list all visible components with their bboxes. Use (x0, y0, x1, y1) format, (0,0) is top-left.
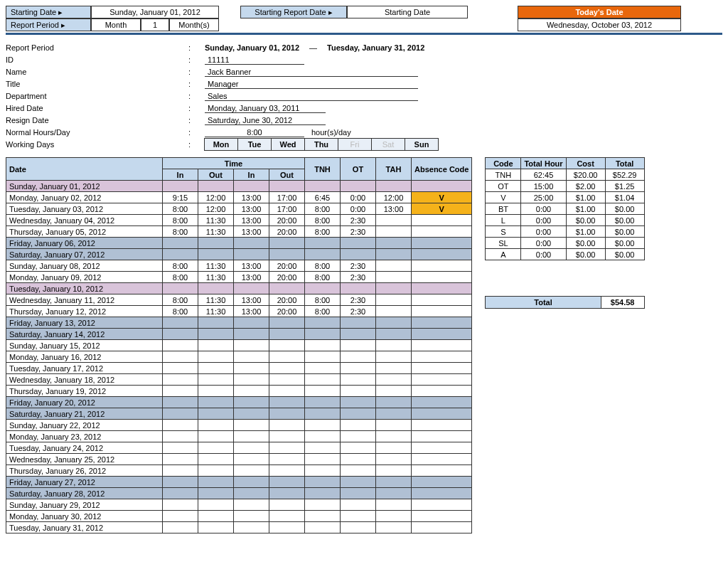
timesheet-row: Friday, January 27, 2012 (6, 477, 472, 488)
id-label: ID (6, 55, 14, 64)
timesheet-row: Sunday, January 08, 20128:0011:3013:0020… (6, 260, 472, 272)
name-label: Name (6, 68, 26, 76)
resign-label: Resign Date (6, 116, 49, 124)
col-tah: TAH (376, 158, 412, 181)
timesheet-row: Tuesday, January 10, 2012 (6, 283, 472, 294)
starting-date-label: Starting Date ▸ (6, 6, 91, 18)
timesheet-row: Friday, January 06, 2012 (6, 238, 472, 249)
col-absence: Absence Code (412, 158, 472, 181)
day-sun: Sun (405, 138, 439, 151)
starting-date-value[interactable]: Sunday, January 01, 2012 (91, 6, 219, 18)
header-block: Starting Date ▸ Sunday, January 01, 2012… (6, 6, 722, 31)
timesheet-row: Thursday, January 12, 20128:0011:3013:00… (6, 306, 472, 317)
summary-row: L0:00$0.00$0.00 (486, 215, 644, 226)
col-total-hour: Total Hour (521, 158, 566, 169)
today-date-label: Today's Date (518, 6, 681, 18)
col-ot: OT (341, 158, 376, 181)
grand-total-value: $54.58 (601, 297, 644, 308)
summary-row: TNH62:45$20.00$52.29 (486, 169, 644, 181)
timesheet-row: Saturday, January 07, 2012 (6, 249, 472, 260)
hired-label: Hired Date (6, 104, 43, 112)
info-report-period-label: Report Period (6, 43, 54, 52)
employee-info: Report Period: Sunday, January 01, 2012 … (6, 42, 722, 150)
dept-label: Department (6, 92, 46, 100)
period-num[interactable]: 1 (141, 18, 169, 31)
timesheet-row: Thursday, January 19, 2012 (6, 386, 472, 397)
starting-report-value[interactable]: Starting Date (347, 6, 468, 18)
col-out2: Out (269, 169, 305, 181)
report-start: Sunday, January 01, 2012 (205, 43, 299, 52)
grand-total: Total $54.58 (485, 296, 644, 309)
timesheet-row: Saturday, January 14, 2012 (6, 329, 472, 340)
col-out1: Out (198, 169, 234, 181)
col-time: Time (163, 158, 305, 169)
day-fri: Fri (338, 138, 372, 151)
working-days-label: Working Days (6, 140, 54, 149)
timesheet-row: Tuesday, January 03, 20128:0012:0013:001… (6, 203, 472, 215)
timesheet-row: Thursday, January 05, 20128:0011:3013:00… (6, 226, 472, 238)
timesheet-row: Monday, January 02, 20129:1512:0013:0017… (6, 192, 472, 203)
summary-row: BT0:00$1.00$0.00 (486, 203, 644, 215)
timesheet-row: Friday, January 20, 2012 (6, 397, 472, 408)
timesheet-row: Sunday, January 22, 2012 (6, 420, 472, 431)
summary-row: OT15:00$2.00$1.25 (486, 181, 644, 192)
timesheet-row: Sunday, January 01, 2012 (6, 181, 472, 192)
report-end: Tuesday, January 31, 2012 (327, 43, 424, 52)
day-thu: Thu (304, 138, 338, 151)
col-total: Total (605, 158, 644, 169)
timesheet-row: Monday, January 30, 2012 (6, 511, 472, 522)
hours-label: Normal Hours/Day (6, 128, 70, 137)
title-label: Title (6, 80, 20, 88)
col-in1: In (163, 169, 198, 181)
summary-row: A0:00$0.00$0.00 (486, 249, 644, 260)
col-tnh: TNH (305, 158, 341, 181)
timesheet-row: Tuesday, January 31, 2012 (6, 522, 472, 533)
divider (6, 33, 722, 35)
day-wed: Wed (271, 138, 305, 151)
summary-table: Code Total Hour Cost Total TNH62:45$20.0… (485, 157, 644, 260)
today-date-value: Wednesday, October 03, 2012 (518, 18, 681, 31)
report-period-label: Report Period ▸ (6, 18, 91, 31)
timesheet-row: Wednesday, January 18, 2012 (6, 374, 472, 386)
timesheet-table: Date Time TNH OT TAH Absence Code In Out… (6, 157, 472, 533)
hired-value: Monday, January 03, 2011 (205, 104, 326, 113)
period-unit: Month(s) (169, 18, 219, 31)
starting-report-label: Starting Report Date ▸ (240, 6, 347, 18)
timesheet-row: Saturday, January 28, 2012 (6, 488, 472, 499)
timesheet-row: Saturday, January 21, 2012 (6, 408, 472, 420)
timesheet-row: Sunday, January 15, 2012 (6, 340, 472, 351)
timesheet-row: Monday, January 23, 2012 (6, 431, 472, 442)
timesheet-row: Wednesday, January 25, 2012 (6, 454, 472, 465)
col-date: Date (6, 158, 163, 181)
timesheet-row: Tuesday, January 17, 2012 (6, 363, 472, 374)
working-days: MonTueWedThuFriSatSun (205, 138, 439, 151)
col-cost: Cost (566, 158, 605, 169)
day-tue: Tue (237, 138, 272, 151)
name-value: Jack Banner (205, 68, 418, 77)
summary-row: SL0:00$0.00$0.00 (486, 238, 644, 249)
summary-row: V25:00$1.00$1.04 (486, 192, 644, 203)
timesheet-row: Monday, January 09, 20128:0011:3013:0020… (6, 272, 472, 283)
timesheet-row: Sunday, January 29, 2012 (6, 499, 472, 511)
range-dash: — (309, 43, 317, 52)
summary-row: S0:00$1.00$0.00 (486, 226, 644, 238)
timesheet-row: Friday, January 13, 2012 (6, 317, 472, 329)
day-mon: Mon (204, 138, 238, 151)
col-code: Code (486, 158, 521, 169)
day-sat: Sat (371, 138, 405, 151)
title-value: Manager (205, 80, 418, 89)
hours-unit: hour(s)/day (304, 128, 351, 137)
col-in2: In (234, 169, 269, 181)
timesheet-row: Thursday, January 26, 2012 (6, 465, 472, 477)
resign-value: Saturday, June 30, 2012 (205, 116, 326, 125)
timesheet-row: Tuesday, January 24, 2012 (6, 442, 472, 454)
timesheet-row: Wednesday, January 04, 20128:0011:3013:0… (6, 215, 472, 226)
timesheet-row: Monday, January 16, 2012 (6, 351, 472, 363)
period-type[interactable]: Month (91, 18, 141, 31)
grand-total-label: Total (486, 297, 601, 308)
timesheet-row: Wednesday, January 11, 20128:0011:3013:0… (6, 294, 472, 306)
hours-value: 8:00 (205, 128, 304, 137)
dept-value: Sales (205, 92, 418, 101)
id-value: 11111 (205, 55, 304, 65)
summary-panel: Code Total Hour Cost Total TNH62:45$20.0… (485, 157, 644, 309)
